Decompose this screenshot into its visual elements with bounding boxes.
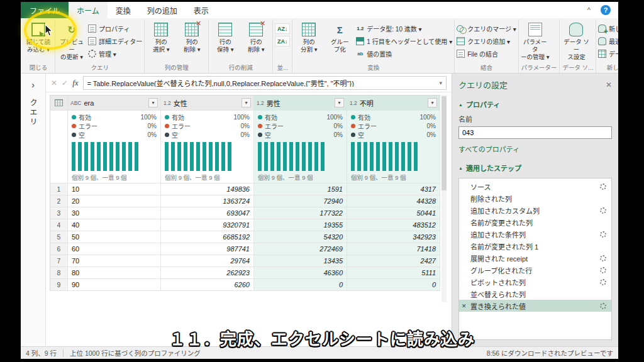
step-settings-gear-icon[interactable] <box>600 279 606 285</box>
data-source-settings-button[interactable]: データ ソー ス設定 <box>562 20 591 62</box>
cell-male[interactable]: 19355 <box>254 219 347 231</box>
cell-unknown[interactable]: 44328 <box>347 195 440 207</box>
cell-male[interactable]: 13435 <box>254 255 347 267</box>
cell-female[interactable]: 149836 <box>161 184 254 195</box>
applied-steps-section-header[interactable]: ▲ 適用したステップ <box>458 163 612 173</box>
cell-era[interactable]: 40 <box>68 219 161 231</box>
cell-male[interactable]: 72940 <box>254 195 347 207</box>
row-number[interactable]: 2 <box>50 195 68 207</box>
tab-add-column[interactable]: 列の追加 <box>139 2 186 18</box>
keep-rows-button[interactable]: 行の 保持 ▾ <box>211 20 240 62</box>
sort-descending-icon[interactable]: ZA↓ <box>275 36 290 47</box>
cell-female[interactable]: 29764 <box>161 255 254 267</box>
step-added-conditional-column[interactable]: 追加された条件列 <box>459 228 611 240</box>
cancel-formula-icon[interactable]: ✕ <box>51 79 57 87</box>
commit-formula-icon[interactable]: ✓ <box>62 79 68 87</box>
cell-era[interactable]: 50 <box>68 231 161 243</box>
step-settings-gear-icon[interactable] <box>600 207 606 214</box>
step-sorted-columns[interactable]: 並べ替えられた列 <box>459 288 611 300</box>
tab-view[interactable]: 表示 <box>186 2 217 18</box>
step-settings-gear-icon[interactable] <box>600 267 606 273</box>
data-type-button[interactable]: データ型: 10 進数 ▾ <box>356 23 452 34</box>
cell-unknown[interactable]: 4317 <box>347 184 440 195</box>
cell-unknown[interactable]: 71418 <box>347 243 440 255</box>
cell-era[interactable]: 70 <box>68 255 161 267</box>
cell-era[interactable]: 90 <box>68 279 161 291</box>
value-distribution-histogram[interactable] <box>72 142 138 171</box>
step-removed-columns[interactable]: 削除された列 <box>459 192 611 204</box>
row-number[interactable]: 5 <box>50 231 68 243</box>
cell-unknown[interactable]: 5111 <box>347 267 440 279</box>
group-by-button[interactable]: グルー プ化 <box>325 20 354 62</box>
new-source-button[interactable]: 新しいソース ▾ <box>598 23 618 34</box>
filter-dropdown-icon[interactable]: ▾ <box>148 98 158 107</box>
all-properties-link[interactable]: すべてのプロパティ <box>458 144 612 154</box>
step-source[interactable]: ソース <box>459 180 611 192</box>
merge-queries-button[interactable]: クエリのマージ ▾ <box>457 23 516 34</box>
cell-male[interactable]: 177322 <box>254 207 347 219</box>
cell-unknown[interactable]: 483512 <box>347 219 440 231</box>
value-distribution-histogram[interactable] <box>351 142 418 171</box>
row-number[interactable]: 8 <box>50 267 68 279</box>
row-number[interactable]: 3 <box>50 207 68 219</box>
remove-columns-button[interactable]: 列の 削除 ▾ <box>177 20 206 62</box>
append-queries-button[interactable]: クエリの追加 ▾ <box>457 35 516 47</box>
vertical-scrollbar[interactable] <box>441 95 447 302</box>
close-panel-icon[interactable]: ✕ <box>606 80 612 89</box>
cell-era[interactable]: 60 <box>68 243 161 255</box>
enter-data-button[interactable]: データの入力 <box>598 48 618 59</box>
step-settings-gear-icon[interactable] <box>600 255 606 261</box>
column-header-female[interactable]: 1.2 女性 ▾ <box>161 96 254 111</box>
scrollbar-thumb[interactable] <box>441 96 447 190</box>
step-settings-gear-icon[interactable] <box>600 231 606 238</box>
column-header-era[interactable]: ABC era ▾ <box>68 96 161 111</box>
help-icon[interactable]: ? <box>601 5 611 15</box>
cell-unknown[interactable]: 342923 <box>347 231 440 243</box>
collapse-ribbon-icon[interactable]: ^ <box>587 6 591 14</box>
step-settings-gear-icon[interactable] <box>600 303 606 309</box>
row-number[interactable]: 6 <box>50 243 68 255</box>
remove-rows-button[interactable]: 行の 削除 ▾ <box>242 20 270 62</box>
cell-female[interactable]: 262923 <box>161 267 254 279</box>
step-renamed-columns-1[interactable]: 名前が変更された列 1 <box>459 240 611 252</box>
filter-dropdown-icon[interactable]: ▾ <box>242 98 251 107</box>
select-all-corner[interactable] <box>50 96 68 111</box>
cell-male[interactable]: 54320 <box>254 231 347 243</box>
manage-parameters-button[interactable]: パラメータ ーの管理 ▾ <box>521 20 550 62</box>
cell-female[interactable]: 6260 <box>161 279 254 291</box>
cell-unknown[interactable]: 0 <box>347 279 440 291</box>
properties-section-header[interactable]: ▲ プロパティ <box>458 99 612 109</box>
split-column-button[interactable]: 列の 分割 ▾ <box>294 20 323 62</box>
query-name-input[interactable] <box>458 126 612 139</box>
tab-transform[interactable]: 変換 <box>108 2 139 18</box>
step-settings-gear-icon[interactable] <box>600 184 606 190</box>
cell-female[interactable]: 9320791 <box>161 219 254 231</box>
step-grouped-rows[interactable]: グループ化された行 <box>459 264 611 276</box>
cell-female[interactable]: 1363724 <box>161 195 254 207</box>
value-distribution-histogram[interactable] <box>165 142 231 171</box>
row-number[interactable]: 7 <box>50 255 68 267</box>
step-expanded-receipt[interactable]: 展開された receipt <box>459 252 611 264</box>
row-number[interactable]: 1 <box>50 184 68 195</box>
value-distribution-histogram[interactable] <box>258 142 325 171</box>
choose-columns-button[interactable]: 列の 選択 ▾ <box>147 20 175 62</box>
delete-step-icon[interactable]: ✕ <box>462 303 467 309</box>
combine-files-button[interactable]: File の結合 <box>457 48 516 59</box>
cell-male[interactable]: 0 <box>254 279 347 291</box>
expand-formula-bar-icon[interactable]: ▾ <box>439 80 442 86</box>
formula-input[interactable] <box>87 79 437 87</box>
properties-button[interactable]: プロパティ <box>88 23 142 34</box>
step-pivoted-columns[interactable]: ピボットされた列 <box>459 276 611 288</box>
sort-ascending-icon[interactable]: AZ↓ <box>275 23 290 34</box>
recent-sources-button[interactable]: 最近のソース ▾ <box>598 35 618 47</box>
cell-female[interactable]: 987741 <box>161 243 254 255</box>
cell-female[interactable]: 6685192 <box>161 231 254 243</box>
cell-female[interactable]: 693047 <box>161 207 254 219</box>
cell-male[interactable]: 1591 <box>254 184 347 195</box>
cell-era[interactable]: 20 <box>68 195 161 207</box>
use-first-row-as-headers-button[interactable]: 1 行目をヘッダーとして使用 ▾ <box>356 35 452 47</box>
cell-male[interactable]: 46360 <box>254 267 347 279</box>
cell-era[interactable]: 30 <box>68 207 161 219</box>
cell-unknown[interactable]: 2427 <box>347 255 440 267</box>
row-number[interactable]: 4 <box>50 219 68 231</box>
